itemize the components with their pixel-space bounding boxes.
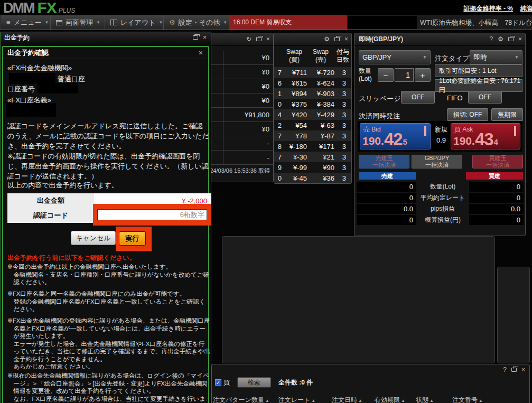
spread-label: 新規 [433,125,450,134]
account-value: ¥0 [262,97,269,105]
col-order-datetime[interactable]: 注文日時▲ [323,396,371,403]
orders-table-header: 注文パターン 数量▲ 注文レート▲ 注文日時▲ 有効期限▲ 状態▲ 注文番号▲ [213,396,494,403]
swap-sell-header: Swap (売) [307,48,334,66]
result-count: 全件数 :0 件 [278,378,313,387]
note-text: ※今回の出金予約は以上の金融機関口座へ出金いたします。 金融機関名・支店名・口座… [7,263,210,286]
sort-icon: ▲ [265,398,269,403]
close-icon[interactable]: × [199,49,203,57]
account-panel-timestamp: 24/03/06 15:53:36 取得 [210,167,270,175]
amount-label: 出金金額 [7,193,94,208]
close-icon[interactable]: × [266,35,270,43]
fifo-toggle[interactable]: OFF [468,91,502,104]
swap-row: 7¥-30¥213 [274,152,351,162]
layout-button[interactable]: レイアウト ▼ [105,15,169,30]
col-expiry[interactable]: 有効期限▲ [371,396,408,403]
auth-code-input[interactable] [97,209,207,220]
buy-ask-button[interactable]: 買 Ask 190. 43 4 [451,123,520,149]
confirm-line: 以上の内容で出金予約を行います。 [7,181,118,190]
help-icon[interactable]: ? [503,366,507,373]
currency-pair-select[interactable]: GBP/JPY ▼ [359,50,431,64]
close-all-pair-button[interactable]: GBP/JPY 一括決済 [412,155,462,168]
empty-panel [497,267,530,363]
close-icon[interactable]: × [518,35,522,43]
row-label: 平均約定レート [417,193,468,203]
buy-filter-checkbox[interactable]: ✓ [215,379,221,386]
withdraw-window: 出金予約 × 出金予約確認 × «FX出金先金融機関» 普通口座 口座番号： «… [0,32,211,403]
dmm-fx-logo: DMM FX PLUS [3,0,75,15]
cancel-button[interactable]: キャンセル [71,231,116,245]
close-all-sell-button[interactable]: 売建玉 一括決済 [359,155,409,168]
sort-icon: ▲ [358,398,362,403]
col-order-pattern[interactable]: 注文パターン [213,396,250,403]
quantity-minus-button[interactable]: − [378,68,394,82]
chevron-down-icon: ▼ [223,20,227,25]
col-quantity[interactable]: 数量▲ [250,396,271,403]
economic-event-text: 16:00 DEM 貿易収支 [233,18,292,27]
row-label: pips損益 [417,204,468,214]
bid-price-int: 190. [362,134,384,148]
swap-row: 1¥894¥-9033 [274,88,351,99]
quantity-plus-button[interactable]: + [415,68,431,82]
col-order-rate[interactable]: 注文レート▲ [271,396,323,403]
chevron-down-icon: ▼ [423,55,427,60]
restore-icon[interactable] [193,35,198,40]
sell-qty: 0 [357,182,416,192]
settings-label: 設定・その他 [179,18,220,27]
spread-indicator: 新規 0.9 [433,125,450,144]
withdraw-confirm-dialog: 出金予約確認 × «FX出金先金融機関» 普通口座 口座番号： «FX口座名義»… [2,46,209,403]
close-order-label: 決済同時発注 [359,111,400,121]
search-button[interactable]: 検索 [237,377,271,388]
close-icon[interactable]: × [521,366,525,373]
swap-row: 2¥54¥-633 [274,120,351,130]
restore-icon[interactable] [508,37,514,41]
quantity-input[interactable]: 1 [395,68,414,82]
settings-button[interactable]: ⚙ 設定・その他 ▼ [163,15,233,30]
expiry-toggle[interactable]: 無期限 [491,108,523,121]
positions-row: 0.0 pips損益 0.0 [354,204,525,214]
swap-buy-header: Swap (買) [282,48,307,66]
orders-list-panel: ? × ✓ 買 検索 全件数 :0 件 注文パターン 数量▲ 注文レート▲ 注文… [211,364,530,403]
buy-avg-rate: 0 [469,193,524,203]
redacted-bank-name [9,73,55,84]
slippage-toggle[interactable]: OFF [401,91,435,104]
row-label: 数量(Lot) [417,182,468,192]
menu-bar: ≡ メニュー ▼ 画面管理 ▼ レイアウト ▼ ⚙ 設定・その他 ▼ 16:00… [0,15,532,30]
economic-event-banner[interactable]: 16:00 DEM 貿易収支 [229,15,347,30]
sell-bid-button[interactable]: 売 Bid 190. 42 5 [360,123,431,149]
sort-icon: ▲ [401,398,405,403]
close-icon[interactable]: × [203,34,207,41]
withdraw-window-titlebar: 出金予約 [1,32,211,43]
order-type-select[interactable]: 即時 ▼ [470,50,522,64]
restore-icon[interactable] [511,368,517,372]
gear-icon[interactable]: ⚙ [324,35,330,43]
redacted-account-number [38,83,78,93]
bank-section-header: «FX出金先金融機関» [7,63,72,73]
tradable-estimate: 取引可能目安 : 1 Lot [435,64,522,77]
stop-loss-toggle[interactable]: 損切: OFF [447,108,488,121]
menu-button[interactable]: ≡ メニュー ▼ [1,15,54,30]
screen-manage-button[interactable]: 画面管理 ▼ [50,15,106,30]
layout-label: レイアウト [120,18,156,27]
chevron-down-icon: ▼ [159,20,163,25]
restore-icon[interactable] [256,37,262,41]
bid-price-pipette: 5 [403,136,407,148]
order-panel-title: 即時(GBP/JPY) [359,35,403,44]
col-order-number[interactable]: 注文番号▲ [441,396,494,403]
help-icon[interactable]: ? [490,35,493,43]
news-ticker[interactable]: WTI原油先物相場、小幅高 78ドル台前半で [420,18,532,27]
account-stats: 証拠金維持率 - % 純資産 [464,4,532,13]
refresh-icon[interactable]: ↻ [246,35,251,43]
close-all-buy-button[interactable]: 買建玉 一括決済 [472,155,523,168]
gear-icon[interactable]: ⚙ [498,35,503,43]
layout-icon [110,20,117,25]
col-status[interactable]: 状態▲ [408,396,441,403]
account-value: ¥91,800 [245,111,269,119]
restore-icon[interactable] [334,37,340,41]
execute-button[interactable]: 実行 [119,231,146,246]
account-value: ¥0 [262,54,269,62]
margin-requirement: 1Lot必要証拠金目安 : 76,171円 [435,79,522,92]
buy-pips-pl: 0.0 [469,204,524,214]
positions-row: 0 数量(Lot) 0 [354,182,525,192]
withdraw-window-title: 出金予約 [4,33,30,42]
close-icon[interactable]: × [344,35,348,43]
